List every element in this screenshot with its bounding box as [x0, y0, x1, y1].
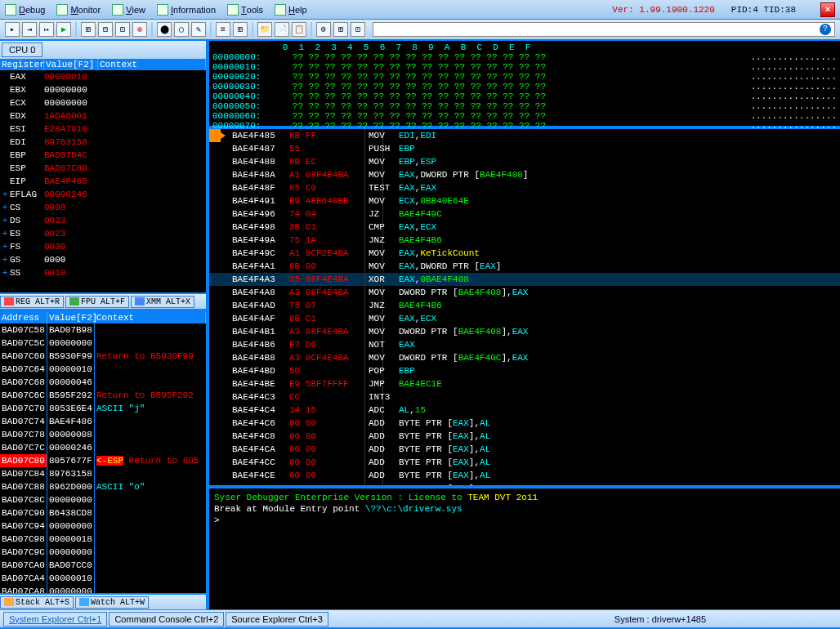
stack-row[interactable]: BAD07C808057677F<-ESP Return to 805 [0, 454, 206, 467]
register-row[interactable]: EDI89763158 [0, 136, 206, 149]
disasm-row[interactable]: BAE4F4858B FFMOVEDI,EDI [209, 129, 840, 142]
disasm-row[interactable]: BAE4F49A75 1AJNZBAE4F4B6 [209, 234, 840, 247]
disasm-row[interactable]: BAE4F49674 04JZBAE4F49C [209, 207, 840, 221]
disasm-row[interactable]: BAE4F4C800 00ADDBYTE PTR [EAX],AL [209, 430, 840, 443]
console-panel[interactable]: Syser Debugger Enterprise Version : Lice… [209, 485, 840, 609]
menu-tools[interactable]: Tools [227, 4, 263, 16]
register-row[interactable]: EBX00000000 [0, 83, 206, 96]
tab-fpu[interactable]: FPU ALT+F [65, 296, 129, 308]
tab-command-console[interactable]: Command Console Ctrl+2 [109, 612, 224, 627]
disasm-row[interactable]: BAE4F4B6F7 D0NOTEAX [209, 338, 840, 351]
menu-monitor[interactable]: Monitor [56, 4, 101, 16]
toolbar-btn-14[interactable]: 📁 [257, 22, 272, 37]
disasm-row[interactable]: BAE4F48F85 C0TESTEAX,EAX [209, 181, 840, 194]
stack-row[interactable]: BAD07CA400000010 [0, 572, 206, 585]
stack-row[interactable]: BAD07C7800000008 [0, 428, 206, 441]
disasm-row[interactable]: BAE4F49CA1 0CF2E4BAMOVEAX,KeTickCount [209, 247, 840, 260]
toolbar-btn-13[interactable]: ⊞ [233, 22, 248, 37]
toolbar-btn-1[interactable]: ▸ [5, 22, 20, 37]
tab-xmm[interactable]: XMM ALT+X [131, 296, 194, 308]
disasm-row[interactable]: BAE4F4AF8B C1MOVEAX,ECX [209, 312, 840, 325]
stack-row[interactable]: BAD07CA0BAD07CC0 [0, 559, 206, 572]
toolbar-btn-19[interactable]: ⊡ [351, 22, 365, 37]
hex-row[interactable]: 00000000: ?? ?? ?? ?? ?? ?? ?? ?? ?? ?? … [212, 52, 837, 62]
disasm-row[interactable]: BAE4F4CE00 00ADDBYTE PTR [EAX],AL [209, 469, 840, 482]
hex-row[interactable]: 00000060: ?? ?? ?? ?? ?? ?? ?? ?? ?? ?? … [212, 111, 837, 121]
register-row[interactable]: +FS0030 [0, 240, 206, 253]
stack-row[interactable]: BAD07C9800000018 [0, 533, 206, 546]
toolbar-btn-10[interactable]: ◯ [174, 22, 189, 37]
hex-row[interactable]: 00000020: ?? ?? ?? ?? ?? ?? ?? ?? ?? ?? … [212, 72, 837, 82]
disasm-row[interactable]: BAE4F4C3CCINT3 [209, 390, 840, 404]
stack-row[interactable]: BAD07C9400000000 [0, 520, 206, 533]
stack-row[interactable]: BAD07C8C00000000 [0, 493, 206, 506]
stack-row[interactable]: BAD07C58BAD07B98 [0, 323, 206, 337]
stack-row[interactable]: BAD07C6CB595F292Return to B595F292 [0, 389, 206, 402]
disasm-row[interactable]: BAE4F4A8A3 08F4E4BAMOVDWORD PTR [BAE4F40… [209, 286, 840, 299]
disasm-row[interactable]: BAE4F4CC00 00ADDBYTE PTR [EAX],AL [209, 456, 840, 469]
toolbar-btn-8[interactable]: ⊗ [132, 22, 147, 37]
disasm-row[interactable]: BAE4F491B9 4EE640BBMOVECX,0BB40E64E [209, 194, 840, 207]
toolbar-btn-3[interactable]: ↦ [39, 22, 54, 37]
stack-row[interactable]: BAD07C708053E6E4ASCII "j" [0, 402, 206, 415]
toolbar-btn-5[interactable]: ⊞ [81, 22, 96, 37]
stack-row[interactable]: BAD07C8489763158 [0, 467, 206, 480]
disasm-row[interactable]: BAE4F48AA1 08F4E4BAMOVEAX,DWORD PTR [BAE… [209, 168, 840, 181]
toolbar-btn-9[interactable]: ⬤ [157, 22, 172, 37]
register-row[interactable]: EIPBAE4F485 [0, 175, 206, 188]
stack-row[interactable]: BAD07C7C00000246 [0, 441, 206, 454]
tab-watch[interactable]: Watch ALT+W [75, 596, 149, 609]
disasm-row[interactable]: BAE4F4AD75 07JNZBAE4F4B6 [209, 299, 840, 312]
toolbar-btn-4[interactable]: ▶ [56, 22, 71, 37]
close-button[interactable]: × [820, 2, 835, 17]
stack-panel[interactable]: BAD07C58BAD07B98BAD07C5C00000000BAD07C60… [0, 323, 206, 593]
toolbar-btn-15[interactable]: 📄 [275, 22, 289, 37]
stack-row[interactable]: BAD07C60B5930F99Return to B5930F99 [0, 350, 206, 363]
stack-row[interactable]: BAD07CA800000000 [0, 585, 206, 593]
disasm-row[interactable]: BAE4F4D088 18MOVBYTE PTR [EAX],BL [209, 482, 840, 485]
register-row[interactable]: EDX1ADA0001 [0, 109, 206, 123]
cpu-tab[interactable]: CPU 0 [2, 42, 42, 57]
disasm-row[interactable]: BAE4F4BEE9 5BF7FFFFJMPBAE4EC1E [209, 377, 840, 390]
menu-help[interactable]: Help [275, 4, 307, 16]
register-row[interactable]: +SS0010 [0, 266, 206, 279]
toolbar-btn-7[interactable]: ⊡ [115, 22, 130, 37]
console-prompt[interactable]: > [214, 515, 835, 526]
register-row[interactable]: +GS0000 [0, 253, 206, 266]
register-row[interactable]: +EFLAG00000246 [0, 188, 206, 201]
disasm-row[interactable]: BAE4F48755PUSHEBP [209, 142, 840, 155]
register-row[interactable]: ESIE28A7910 [0, 123, 206, 136]
register-row[interactable]: EBPBAD07D4C [0, 149, 206, 162]
toolbar-btn-6[interactable]: ⊟ [98, 22, 113, 37]
register-row[interactable]: +DS0023 [0, 214, 206, 227]
toolbar-btn-12[interactable]: ≡ [216, 22, 230, 37]
register-row[interactable]: ESPBAD07C80 [0, 162, 206, 175]
disasm-row[interactable]: BAE4F4CA00 00ADDBYTE PTR [EAX],AL [209, 443, 840, 456]
register-row[interactable]: +CS0008 [0, 201, 206, 214]
hex-row[interactable]: 00000050: ?? ?? ?? ?? ?? ?? ?? ?? ?? ?? … [212, 101, 837, 111]
toolbar-btn-16[interactable]: 📋 [292, 22, 306, 37]
hex-row[interactable]: 00000010: ?? ?? ?? ?? ?? ?? ?? ?? ?? ?? … [212, 62, 837, 72]
tab-stack[interactable]: Stack ALT+S [0, 596, 74, 609]
stack-row[interactable]: BAD07C6800000046 [0, 376, 206, 389]
menu-debug[interactable]: DDebugebug [5, 4, 45, 16]
toolbar-btn-18[interactable]: ⊞ [333, 22, 348, 37]
stack-row[interactable]: BAD07C888962D000ASCII "o" [0, 480, 206, 493]
disasm-row[interactable]: BAE4F4B8A3 0CF4E4BAMOVDWORD PTR [BAE4F40… [209, 351, 840, 364]
hex-dump[interactable]: 0 1 2 3 4 5 6 7 8 9 A B C D E F00000000:… [209, 41, 840, 129]
toolbar-btn-2[interactable]: ⇥ [22, 22, 37, 37]
tab-system-explorer[interactable]: System Explorer Ctrl+1 [3, 612, 107, 627]
disasm-row[interactable]: BAE4F4A335 08F4E4BAXOREAX,0BAE4F408 [209, 273, 840, 286]
toolbar-btn-11[interactable]: ✎ [191, 22, 206, 37]
stack-row[interactable]: BAD07C74BAE4F486 [0, 415, 206, 428]
disasm-row[interactable]: BAE4F4C414 15ADCAL,15 [209, 404, 840, 417]
registers-panel[interactable]: EAX00000010EBX00000000ECX00000000EDX1ADA… [0, 70, 206, 292]
disasm-row[interactable]: BAE4F4A18B 00MOVEAX,DWORD PTR [EAX] [209, 260, 840, 273]
register-row[interactable]: ECX00000000 [0, 96, 206, 109]
hex-row[interactable]: 00000030: ?? ?? ?? ?? ?? ?? ?? ?? ?? ?? … [212, 82, 837, 91]
disasm-row[interactable]: BAE4F4983B C1CMPEAX,ECX [209, 221, 840, 234]
register-row[interactable]: EAX00000010 [0, 70, 206, 83]
menu-view[interactable]: View [112, 4, 145, 16]
disasm-row[interactable]: BAE4F4B1A3 08F4E4BAMOVDWORD PTR [BAE4F40… [209, 325, 840, 338]
stack-row[interactable]: BAD07C90B6438CD8 [0, 506, 206, 520]
